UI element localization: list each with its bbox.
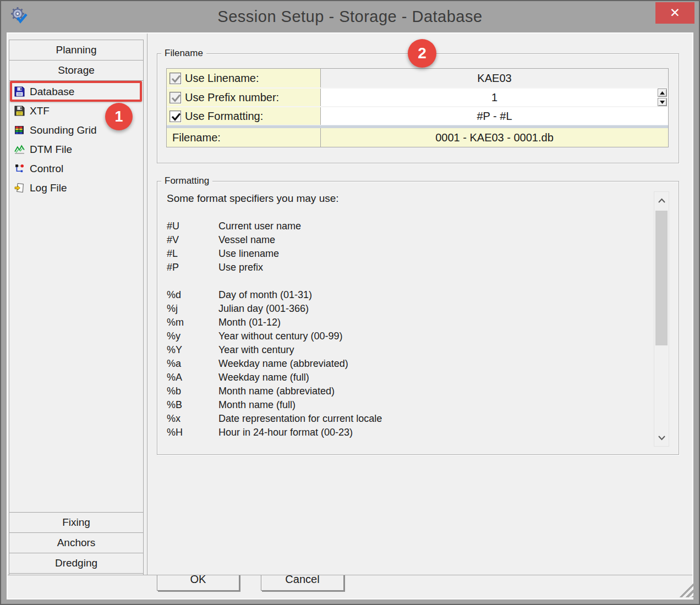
spec-desc: Weekday name (full) — [218, 372, 309, 383]
spec-desc: Month name (full) — [218, 399, 296, 411]
formatting-groupbox-label: Formatting — [161, 176, 212, 186]
filename-label: Filename: — [167, 128, 321, 147]
spec-desc: Use prefix — [218, 262, 263, 273]
spec-code: #V — [167, 234, 218, 246]
filename-groupbox-label: Filename — [161, 48, 206, 58]
spec-code: %Y — [167, 344, 218, 356]
dtm-mesh-icon — [14, 144, 25, 155]
specifier-row: #U Current user name — [167, 219, 640, 233]
specifier-row: %a Weekday name (abbreviated) — [167, 357, 640, 371]
formatting-input[interactable]: #P - #L — [321, 107, 668, 125]
use-formatting-label: Use Formatting: — [185, 110, 263, 123]
specifier-row: %j Julian day (001-366) — [167, 302, 640, 316]
use-linename-checkbox — [169, 73, 181, 84]
spec-desc: Year with century — [218, 344, 294, 356]
sidebar-item-label: Sounding Grid — [30, 124, 96, 136]
sidebar-section-storage[interactable]: Storage — [9, 60, 144, 81]
sidebar-item-label: XTF — [30, 105, 50, 117]
specifier-list: #U Current user name #V Vessel name #L U… — [167, 219, 640, 439]
sidebar-item-label: Log File — [30, 182, 67, 194]
spec-desc: Julian day (001-366) — [218, 303, 309, 315]
ok-button[interactable]: OK — [157, 575, 239, 591]
database-highlight-rectangle — [10, 81, 142, 102]
sidebar-section-planning[interactable]: Planning — [9, 40, 144, 61]
spec-code: %x — [167, 413, 218, 425]
spec-code: %m — [167, 317, 218, 328]
table-row: Use Linename: KAE03 — [167, 69, 668, 87]
spec-code: %b — [167, 386, 218, 397]
sidebar-item-log-file[interactable]: Log File — [10, 178, 142, 197]
specifier-row: %d Day of month (01-31) — [167, 288, 640, 302]
spec-code: #P — [167, 262, 218, 273]
use-prefix-label: Use Prefix number: — [185, 91, 279, 104]
annotation-step-2: 2 — [408, 39, 436, 68]
table-row: Use Formatting: #P - #L — [167, 106, 668, 125]
specifier-row: %H Hour in 24-hour format (00-23) — [167, 426, 640, 439]
spec-code: %a — [167, 358, 218, 370]
formatting-intro: Some format specifiers you may use: — [167, 193, 339, 205]
sidebar-main-divider — [147, 34, 147, 575]
sidebar-section-dredging[interactable]: Dredging — [9, 553, 144, 574]
spec-desc: Hour in 24-hour format (00-23) — [218, 427, 353, 438]
spec-code: #L — [167, 248, 218, 260]
specifier-row: %A Weekday name (full) — [167, 371, 640, 384]
scroll-down-icon[interactable] — [654, 432, 669, 444]
spec-desc: Vessel name — [218, 234, 275, 246]
titlebar: Session Setup - Storage - Database ✕ — [1, 1, 699, 32]
sidebar-item-control[interactable]: Control — [10, 159, 142, 178]
table-row: Filename: 0001 - KAE03 - 0001.db — [167, 128, 668, 147]
spec-code: %H — [167, 427, 218, 438]
window-title: Session Setup - Storage - Database — [1, 1, 699, 32]
control-point-icon — [14, 163, 25, 174]
close-button[interactable]: ✕ — [655, 2, 694, 24]
filename-table: Use Linename: KAE03 Use Prefix number: 1… — [166, 68, 669, 147]
use-prefix-checkbox — [169, 92, 181, 103]
session-setup-window: Session Setup - Storage - Database ✕ Pla… — [0, 0, 700, 605]
prefix-number-input[interactable]: 1 — [321, 89, 668, 106]
sidebar-section-fixing[interactable]: Fixing — [9, 512, 144, 533]
spec-desc: Current user name — [218, 221, 301, 232]
table-row: Use Prefix number: 1 — [167, 87, 668, 106]
specifier-row: %b Month name (abbreviated) — [167, 384, 640, 398]
spec-code: %d — [167, 289, 218, 301]
specifier-row: %x Date representation for current local… — [167, 412, 640, 426]
scrollbar-thumb[interactable] — [655, 211, 668, 345]
spec-desc: Year without century (00-99) — [218, 331, 342, 342]
use-formatting-checkbox[interactable] — [169, 111, 181, 122]
spec-code: %B — [167, 399, 218, 411]
annotation-step-1: 1 — [105, 103, 133, 130]
cancel-button[interactable]: Cancel — [261, 575, 344, 591]
spec-code: %A — [167, 372, 218, 383]
prefix-spinner — [658, 89, 667, 106]
sidebar-section-anchors[interactable]: Anchors — [9, 532, 144, 553]
spec-desc: Weekday name (abbreviated) — [218, 358, 348, 370]
spec-code: %j — [167, 303, 218, 315]
spec-code: %y — [167, 331, 218, 342]
specifier-row: #V Vessel name — [167, 233, 640, 247]
sidebar-item-label: Control — [30, 163, 63, 175]
sidebar-item-label: DTM File — [30, 144, 72, 156]
sidebar-item-dtm-file[interactable]: DTM File — [10, 140, 142, 159]
formatting-scrollbar[interactable] — [654, 191, 669, 447]
linename-value: KAE03 — [321, 69, 668, 87]
spinner-up-button[interactable] — [658, 89, 667, 97]
specifier-row: %y Year without century (00-99) — [167, 329, 640, 343]
filename-value: 0001 - KAE03 - 0001.db — [321, 128, 668, 147]
sounding-grid-icon — [14, 125, 25, 135]
specifier-row: #L Use linename — [167, 247, 640, 261]
spec-desc: Month (01-12) — [218, 317, 281, 328]
use-linename-label: Use Linename: — [185, 72, 259, 85]
spinner-down-button[interactable] — [658, 98, 667, 106]
floppy-yellow-icon — [14, 106, 25, 116]
specifier-row: %m Month (01-12) — [167, 316, 640, 329]
log-file-icon — [14, 183, 25, 193]
spec-desc: Day of month (01-31) — [218, 289, 312, 301]
spec-desc: Use linename — [218, 248, 279, 260]
specifier-row: %B Month name (full) — [167, 398, 640, 412]
specifier-row: %Y Year with century — [167, 343, 640, 357]
spec-desc: Date representation for current locale — [218, 413, 382, 425]
spec-code: #U — [167, 221, 218, 232]
specifier-row: #P Use prefix — [167, 261, 640, 274]
footer-button-strip: OK Cancel — [1, 575, 700, 592]
scroll-up-icon[interactable] — [654, 194, 669, 206]
